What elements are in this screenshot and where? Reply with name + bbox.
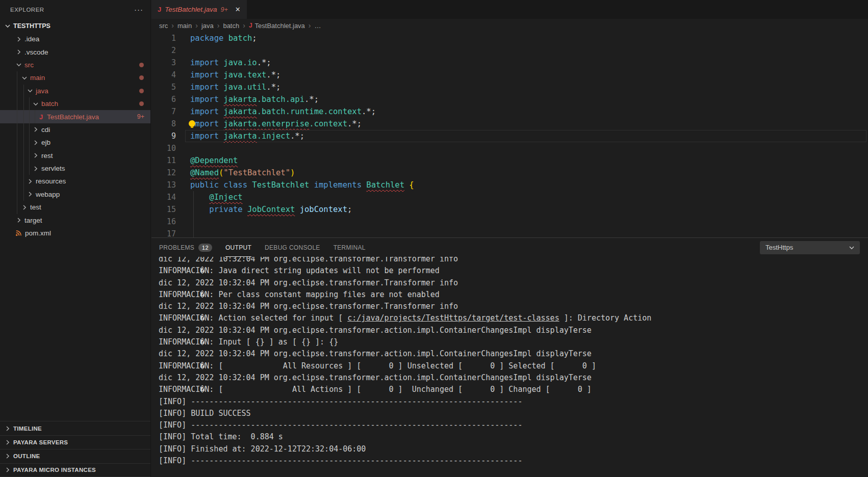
chevron-down-icon	[20, 74, 29, 82]
code-text: import jakarta.batch.api.*;	[190, 95, 319, 104]
breadcrumb-item-java[interactable]: java	[201, 22, 214, 30]
output-text: ]: Directory Action	[559, 313, 652, 323]
tree-item-java[interactable]: java	[0, 85, 150, 97]
workspace-root-row[interactable]: TESTHTTPS	[0, 19, 150, 33]
chevron-down-icon	[32, 100, 40, 108]
explorer-header: EXPLORER ···	[0, 0, 150, 19]
code-line-3[interactable]: 3import java.io.*;	[151, 57, 868, 69]
panel-tab-problems[interactable]: PROBLEMS12	[159, 238, 212, 257]
output-line: dic 12, 2022 10:32:04 PM org.eclipse.tra…	[159, 301, 868, 312]
java-file-icon: J	[158, 6, 161, 13]
code-line-5[interactable]: 5import java.util.*;	[151, 81, 868, 93]
line-number: 7	[151, 107, 176, 116]
code-text: @Inject	[190, 193, 243, 202]
code-line-8[interactable]: 8import jakarta.enterprise.context.*;	[151, 118, 868, 130]
line-number: 11	[151, 156, 176, 165]
tree-item-label: src	[24, 61, 34, 69]
code-text: private JobContext jobContext;	[190, 205, 352, 214]
line-number: 5	[151, 83, 176, 92]
tree-item-batch[interactable]: batch	[0, 97, 150, 110]
panel-tab-debug-console[interactable]: DEBUG CONSOLE	[265, 238, 320, 257]
tree-item-label: target	[24, 217, 42, 224]
chevron-down-icon	[848, 244, 856, 252]
tree-item-label: resources	[36, 177, 66, 185]
section-label: TIMELINE	[13, 426, 42, 432]
code-line-12[interactable]: 12@Named("TestBatchlet")	[151, 167, 868, 179]
tree-item-label: cdi	[41, 126, 50, 134]
breadcrumb-item-batch[interactable]: batch	[223, 22, 239, 30]
breadcrumb-item-testbatchlet-java[interactable]: TestBatchlet.java	[255, 22, 305, 30]
sidebar-section-outline[interactable]: OUTLINE	[0, 449, 150, 463]
code-line-11[interactable]: 11@Dependent	[151, 154, 868, 167]
error-dot-badge	[139, 75, 144, 80]
tree-item-idea[interactable]: .idea	[0, 33, 150, 45]
tree-item-main[interactable]: main	[0, 71, 150, 84]
tree-item-target[interactable]: target	[0, 214, 150, 226]
close-icon[interactable]: ✕	[235, 6, 241, 13]
code-line-2[interactable]: 2	[151, 44, 868, 57]
vscode-window: EXPLORER ··· TESTHTTPS .idea.vscodesrcma…	[0, 0, 868, 477]
section-label: PAYARA SERVERS	[13, 439, 68, 445]
sidebar-section-payara-micro-instances[interactable]: PAYARA MICRO INSTANCES	[0, 463, 150, 477]
code-line-10[interactable]: 10	[151, 142, 868, 154]
code-text: package batch;	[190, 34, 257, 43]
tree-item-resources[interactable]: resources	[0, 175, 150, 188]
output-line: dic 12, 2022 10:32:04 PM org.eclipse.tra…	[159, 277, 868, 289]
breadcrumb-item-src[interactable]: src	[159, 22, 168, 30]
tree-item-test[interactable]: test	[0, 201, 150, 214]
output-path-link[interactable]: c:/java/projects/TestHttps/target/test-c…	[347, 313, 559, 323]
code-line-15[interactable]: 15 private JobContext jobContext;	[151, 203, 868, 216]
tree-item-testbatchlet-java[interactable]: JTestBatchlet.java9+	[0, 110, 150, 123]
code-line-17[interactable]: 17	[151, 228, 868, 237]
problems-count-badge: 9+	[137, 113, 144, 120]
output-text: INFORMACI�N: Action selected for input [	[159, 313, 347, 323]
lightbulb-icon[interactable]	[189, 120, 195, 127]
sidebar-section-payara-servers[interactable]: PAYARA SERVERS	[0, 435, 150, 449]
chevron-right-icon	[26, 190, 34, 198]
tree-item-label: rest	[41, 152, 53, 160]
tree-item-webapp[interactable]: webapp	[0, 188, 150, 201]
tree-item-ejb[interactable]: ejb	[0, 136, 150, 149]
tab-problems-badge: 9+	[221, 6, 228, 13]
code-line-4[interactable]: 4import java.text.*;	[151, 69, 868, 81]
chevron-right-icon	[4, 466, 12, 474]
tree-item-label: .idea	[24, 35, 39, 43]
output-channel-select[interactable]: TestHttps	[760, 241, 860, 254]
code-line-1[interactable]: 1package batch;	[151, 32, 868, 44]
output-line: [INFO] Total time: 0.884 s	[159, 431, 868, 443]
section-label: PAYARA MICRO INSTANCES	[13, 467, 96, 473]
line-number: 4	[151, 70, 176, 80]
tree-item-cdi[interactable]: cdi	[0, 123, 150, 136]
line-number: 6	[151, 95, 176, 104]
tree-item-vscode[interactable]: .vscode	[0, 45, 150, 58]
tree-item-src[interactable]: src	[0, 59, 150, 71]
code-line-16[interactable]: 16	[151, 216, 868, 228]
chevron-down-icon	[15, 61, 23, 69]
breadcrumb-separator-icon: ›	[195, 21, 198, 30]
indent-guide	[17, 71, 17, 214]
code-text: @Dependent	[190, 156, 238, 165]
panel-tab-label: OUTPUT	[225, 244, 251, 251]
tree-item-label: main	[30, 74, 45, 82]
code-line-7[interactable]: 7import jakarta.batch.runtime.context.*;	[151, 105, 868, 118]
error-dot-badge	[139, 63, 144, 67]
tree-item-label: test	[30, 203, 41, 211]
sidebar-section-timeline[interactable]: TIMELINE	[0, 421, 150, 435]
panel-tab-terminal[interactable]: TERMINAL	[334, 238, 366, 257]
tree-item-rest[interactable]: rest	[0, 149, 150, 162]
breadcrumb-item-[interactable]: …	[315, 22, 321, 30]
code-line-9[interactable]: 9import jakarta.inject.*;	[151, 130, 868, 142]
tree-item-label: java	[36, 87, 48, 95]
code-line-14[interactable]: 14 @Inject	[151, 191, 868, 203]
breadcrumb-item-main[interactable]: main	[177, 22, 192, 30]
panel-tab-output[interactable]: OUTPUT	[225, 238, 251, 257]
section-label: OUTLINE	[13, 453, 40, 459]
tab-bar: J TestBatchlet.java 9+ ✕	[151, 0, 868, 19]
tree-item-servlets[interactable]: servlets	[0, 162, 150, 175]
more-actions-icon[interactable]: ···	[134, 7, 143, 12]
code-line-6[interactable]: 6import jakarta.batch.api.*;	[151, 93, 868, 105]
code-editor[interactable]: 1package batch;23import java.io.*;4impor…	[151, 32, 868, 237]
tree-item-pom-xml[interactable]: pom.xml	[0, 227, 150, 240]
tab-testbatchlet-java[interactable]: J TestBatchlet.java 9+ ✕	[151, 0, 247, 19]
code-line-13[interactable]: 13public class TestBatchlet implements B…	[151, 179, 868, 191]
